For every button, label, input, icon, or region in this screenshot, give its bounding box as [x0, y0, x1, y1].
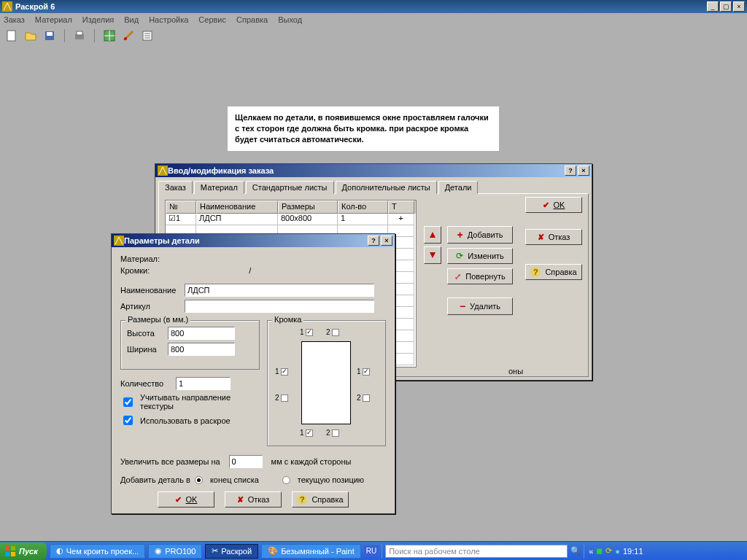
- menu-item[interactable]: Настройка: [149, 15, 188, 24]
- grow-input[interactable]: [229, 455, 263, 468]
- save-icon[interactable]: [42, 28, 57, 43]
- ok-button[interactable]: ✔OK: [525, 197, 582, 213]
- close-button[interactable]: ×: [381, 236, 392, 246]
- open-icon[interactable]: [23, 28, 38, 43]
- print-icon[interactable]: [72, 28, 87, 43]
- menu-item[interactable]: Вид: [124, 15, 139, 24]
- col-qty[interactable]: Кол-во: [338, 201, 388, 214]
- table-row[interactable]: ☑1 ЛДСП 800x800 1 +: [166, 214, 416, 225]
- close-button[interactable]: ×: [578, 166, 589, 176]
- menu-item[interactable]: Изделия: [82, 15, 114, 24]
- task-item[interactable]: ◐Чем кроить проек...: [50, 544, 145, 559]
- add-button[interactable]: +Добавить: [447, 226, 513, 244]
- qty-label: Количество: [120, 379, 171, 388]
- move-down-button[interactable]: [424, 246, 441, 264]
- grow-label: Увеличить все размеры на: [120, 457, 220, 466]
- col-n[interactable]: №: [166, 201, 196, 214]
- texture-label: Учитывать направление текстуры: [140, 393, 260, 411]
- grow-suffix: мм с каждой стороны: [271, 457, 352, 466]
- tray-icon[interactable]: ⟳: [605, 546, 612, 556]
- tray-icon[interactable]: ◼: [596, 546, 603, 556]
- help-button[interactable]: ?: [368, 236, 379, 246]
- sku-input[interactable]: [185, 300, 374, 313]
- menu-item[interactable]: Материал: [35, 15, 72, 24]
- edge-right-1[interactable]: 1: [357, 368, 370, 376]
- tab-order[interactable]: Заказ: [158, 181, 193, 194]
- edge-left-2[interactable]: 2: [275, 394, 288, 402]
- menu-item[interactable]: Заказ: [4, 15, 25, 24]
- start-button[interactable]: Пуск: [0, 542, 47, 560]
- edges-label: Кромки:: [120, 266, 150, 275]
- maximize-button[interactable]: ▢: [720, 1, 732, 12]
- language-indicator[interactable]: RU: [364, 545, 379, 556]
- name-input[interactable]: [185, 284, 374, 297]
- task-item-active[interactable]: ✂Раскрой: [205, 544, 258, 559]
- close-button[interactable]: ×: [733, 1, 745, 12]
- svg-point-9: [124, 37, 127, 40]
- system-tray[interactable]: « ◼ ⟳ ● 19:11: [584, 546, 647, 556]
- window-icon: [114, 236, 124, 246]
- col-name[interactable]: Наименование: [196, 201, 278, 214]
- menu-item[interactable]: Сервис: [198, 15, 226, 24]
- svg-rect-1: [7, 31, 15, 41]
- use-checkbox[interactable]: [123, 416, 133, 425]
- height-input[interactable]: [168, 327, 235, 340]
- qty-input[interactable]: [176, 377, 231, 390]
- new-icon[interactable]: [4, 28, 19, 43]
- texture-checkbox[interactable]: [123, 397, 133, 407]
- menu-item[interactable]: Выход: [278, 15, 302, 24]
- menu-item[interactable]: Справка: [236, 15, 268, 24]
- svg-rect-16: [5, 546, 9, 551]
- minimize-button[interactable]: _: [707, 1, 719, 12]
- edge-left-1[interactable]: 1: [275, 368, 288, 376]
- cut-sheet-icon[interactable]: [102, 28, 117, 43]
- kromka-diagram: 1 2 1 2 1 2 1 2: [274, 327, 379, 440]
- svg-rect-19: [11, 552, 15, 556]
- cancel-button[interactable]: ✘Отказ: [225, 491, 282, 508]
- clock[interactable]: 19:11: [623, 547, 643, 556]
- tab-extra-sheets[interactable]: Дополнительные листы: [336, 181, 437, 194]
- edge-top-2[interactable]: 2: [326, 328, 339, 336]
- edge-bottom-2[interactable]: 2: [326, 429, 339, 437]
- radio-current[interactable]: [282, 476, 290, 484]
- search-input[interactable]: Поиск на рабочем столе: [385, 545, 568, 558]
- ok-button[interactable]: ✔OK: [158, 491, 214, 508]
- menubar: Заказ Материал Изделия Вид Настройка Сер…: [0, 13, 747, 26]
- kromka-legend: Кромка: [272, 315, 303, 324]
- edit-button[interactable]: ⟳Изменить: [447, 248, 513, 264]
- radio-end[interactable]: [195, 476, 203, 484]
- svg-rect-18: [5, 552, 9, 556]
- list-icon[interactable]: [140, 28, 155, 43]
- task-item[interactable]: 🎨Безымянный - Paint: [261, 544, 361, 559]
- order-window-title: Ввод/модификация заказа: [168, 166, 565, 175]
- edge-bottom-1[interactable]: 1: [300, 429, 313, 437]
- tab-material[interactable]: Материал: [194, 181, 244, 194]
- help-button[interactable]: ?Справка: [525, 264, 582, 280]
- rotate-button[interactable]: ⤢Повернуть: [447, 268, 513, 284]
- help-button[interactable]: ?Справка: [292, 491, 349, 508]
- tab-details[interactable]: Детали: [438, 181, 479, 194]
- window-icon: [158, 166, 168, 176]
- edge-top-1[interactable]: 1: [300, 328, 313, 336]
- toolbar: [0, 26, 747, 45]
- size-legend: Размеры (в мм.): [125, 315, 190, 324]
- delete-button[interactable]: −Удалить: [447, 298, 513, 315]
- width-input[interactable]: [168, 343, 235, 356]
- edge-right-2[interactable]: 2: [357, 394, 370, 402]
- col-size[interactable]: Размеры: [278, 201, 338, 214]
- width-label: Ширина: [127, 345, 163, 354]
- tray-chevron-icon[interactable]: «: [589, 547, 593, 556]
- sku-label: Артикул: [120, 302, 180, 311]
- svg-rect-3: [47, 32, 53, 36]
- col-t[interactable]: Т: [388, 201, 414, 214]
- cancel-button[interactable]: ✘Отказ: [525, 229, 582, 245]
- tray-icon[interactable]: ●: [615, 547, 620, 556]
- task-item[interactable]: ◉PRO100: [148, 544, 202, 559]
- tab-std-sheets[interactable]: Стандартные листы: [246, 181, 334, 194]
- help-button[interactable]: ?: [565, 166, 576, 176]
- search-icon[interactable]: 🔍: [570, 546, 581, 556]
- app-title: Раскрой 6: [15, 2, 707, 11]
- move-up-button[interactable]: [424, 226, 441, 244]
- height-label: Высота: [127, 329, 163, 338]
- tool-icon[interactable]: [121, 28, 136, 43]
